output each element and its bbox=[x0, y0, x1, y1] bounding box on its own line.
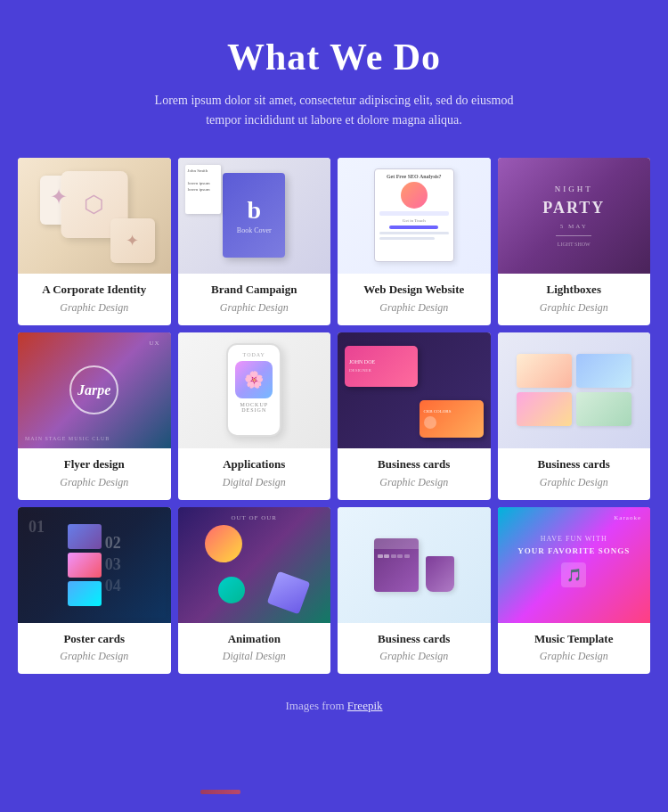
flyer-ux-label: UX bbox=[149, 340, 159, 347]
poster-mini-1 bbox=[68, 524, 102, 549]
apps-mockup-label: MOCKUPDESIGN bbox=[240, 402, 268, 413]
card-category: Graphic Design bbox=[25, 301, 164, 315]
page-description: Lorem ipsum dolor sit amet, consectetur … bbox=[147, 91, 521, 131]
pastel-card-3 bbox=[517, 392, 572, 426]
page-title: What We Do bbox=[18, 36, 650, 78]
brand-book-cover: b Book Cover bbox=[223, 173, 285, 258]
card-image-light: NIGHT PARTY 5 MAY LIGHT SHOW bbox=[498, 158, 651, 274]
footer-text: Images from bbox=[285, 699, 346, 712]
card-info-apps: Applications Digital Design bbox=[178, 448, 331, 500]
card-title: Brand Campaign bbox=[185, 283, 324, 298]
page-footer: Images from Freepik bbox=[18, 681, 650, 722]
card-category: Digital Design bbox=[185, 650, 324, 663]
card-info-corporate: A Corporate Identity Graphic Design bbox=[18, 274, 171, 325]
page-wrapper: What We Do Lorem ipsum dolor sit amet, c… bbox=[0, 0, 668, 749]
card-info-light: Lightboxes Graphic Design bbox=[498, 274, 651, 325]
card-info-bizcard2: Business cards Graphic Design bbox=[498, 448, 651, 500]
card-brand-campaign[interactable]: b Book Cover John Smithlorem ipsumlorem … bbox=[178, 158, 331, 325]
footer-freepik-link[interactable]: Freepik bbox=[347, 699, 383, 712]
card-category: Digital Design bbox=[185, 476, 324, 489]
card-image-flyer: UX Jarpe MAIN STAGE MUSIC CLUB bbox=[18, 332, 171, 448]
card-category: Graphic Design bbox=[505, 650, 644, 663]
card-info-flyer: Flyer design Graphic Design bbox=[18, 448, 171, 500]
pastel-card-2 bbox=[576, 354, 631, 388]
flyer-brand-text: Jarpe bbox=[77, 382, 110, 398]
card-flyer-design[interactable]: UX Jarpe MAIN STAGE MUSIC CLUB Flyer des… bbox=[18, 332, 171, 500]
card-category: Graphic Design bbox=[185, 301, 324, 315]
card-poster-cards[interactable]: 02 03 04 01 Poster cards Graphic Design bbox=[18, 507, 171, 675]
card-web-design[interactable]: Get Free SEO Analysis? Get in Touch Web … bbox=[338, 158, 491, 325]
card-title: A Corporate Identity bbox=[25, 283, 164, 298]
poster-num-03: 03 bbox=[105, 555, 121, 574]
bizcard-label1: CRB COLORS bbox=[424, 408, 452, 429]
music-fav-songs: your favorite songs bbox=[517, 546, 630, 555]
anim-cube bbox=[267, 570, 311, 614]
card-info-web: Web Design Website Graphic Design bbox=[338, 274, 491, 325]
card-lightboxes[interactable]: NIGHT PARTY 5 MAY LIGHT SHOW Lightboxes … bbox=[498, 158, 651, 325]
poster-num-02: 02 bbox=[105, 534, 121, 553]
portfolio-grid-row3: 02 03 04 01 Poster cards Graphic Design bbox=[18, 507, 650, 675]
card-image-poster: 02 03 04 01 bbox=[18, 507, 171, 623]
card-category: Graphic Design bbox=[345, 476, 484, 489]
card-business-cards-3[interactable]: Business cards Graphic Design bbox=[338, 507, 491, 675]
card-image-bizcard2 bbox=[498, 332, 651, 448]
card-category: Graphic Design bbox=[25, 650, 164, 663]
card-title: Business cards bbox=[345, 632, 484, 647]
card-title: Business cards bbox=[345, 457, 484, 472]
portfolio-grid-row1: ⬡ ✦ A Corporate Identity Graphic Design … bbox=[18, 158, 650, 325]
light-text-date: 5 MAY bbox=[542, 223, 605, 230]
flyer-circle: Jarpe bbox=[69, 365, 118, 414]
card-business-cards-1[interactable]: JOHN DOEDESIGNER CRB COLORS Business car… bbox=[338, 332, 491, 500]
apps-today-label: TODAY bbox=[243, 352, 265, 357]
card-image-corporate: ⬡ ✦ bbox=[18, 158, 171, 274]
anim-sphere bbox=[205, 525, 242, 562]
card-info-brand: Brand Campaign Graphic Design bbox=[178, 274, 331, 325]
pastel-card-4 bbox=[576, 392, 631, 426]
anim-circle bbox=[218, 577, 245, 603]
poster-num-04: 04 bbox=[105, 577, 121, 595]
card-image-brand: b Book Cover John Smithlorem ipsumlorem … bbox=[178, 158, 331, 274]
music-have-fun: Have fun with bbox=[517, 535, 630, 543]
card-corporate-identity[interactable]: ⬡ ✦ A Corporate Identity Graphic Design bbox=[18, 158, 171, 325]
card-category: Graphic Design bbox=[345, 301, 484, 315]
card-title: Music Template bbox=[505, 632, 644, 647]
light-text-night: NIGHT bbox=[542, 185, 605, 193]
bizcard-name1: JOHN DOEDESIGNER bbox=[349, 358, 375, 373]
card-info-biz-calendar: Business cards Graphic Design bbox=[338, 623, 491, 675]
card-category: Graphic Design bbox=[505, 301, 644, 315]
card-animation[interactable]: OUT OF OUR Animation Digital Design bbox=[178, 507, 331, 675]
card-info-poster: Poster cards Graphic Design bbox=[18, 623, 171, 675]
card-category: Graphic Design bbox=[345, 650, 484, 663]
poster-mini-2 bbox=[68, 553, 102, 578]
brand-label: Book Cover bbox=[237, 226, 272, 234]
card-category: Graphic Design bbox=[505, 476, 644, 489]
card-image-bizcard1: JOHN DOEDESIGNER CRB COLORS bbox=[338, 332, 491, 448]
card-info-bizcard1: Business cards Graphic Design bbox=[338, 448, 491, 500]
mug-shape bbox=[426, 556, 454, 592]
page-header: What We Do Lorem ipsum dolor sit amet, c… bbox=[18, 36, 650, 131]
card-info-music: Music Template Graphic Design bbox=[498, 623, 651, 675]
card-music-template[interactable]: Karaoke Have fun with your favorite song… bbox=[498, 507, 651, 675]
card-title: Poster cards bbox=[25, 632, 164, 647]
flyer-event-text: MAIN STAGE MUSIC CLUB bbox=[25, 436, 110, 441]
card-title: Animation bbox=[185, 632, 324, 647]
card-image-web: Get Free SEO Analysis? Get in Touch bbox=[338, 158, 491, 274]
light-text-extra: LIGHT SHOW bbox=[542, 242, 605, 247]
card-image-apps: TODAY 🌸 MOCKUPDESIGN bbox=[178, 332, 331, 448]
anim-label: OUT OF OUR bbox=[178, 514, 331, 521]
card-title: Web Design Website bbox=[345, 283, 484, 298]
card-image-music: Karaoke Have fun with your favorite song… bbox=[498, 507, 651, 623]
pastel-card-1 bbox=[517, 354, 572, 388]
poster-num-01: 01 bbox=[29, 518, 45, 537]
card-applications[interactable]: TODAY 🌸 MOCKUPDESIGN Applications Digita… bbox=[178, 332, 331, 500]
music-karaoke-label: Karaoke bbox=[614, 514, 641, 521]
card-image-anim: OUT OF OUR bbox=[178, 507, 331, 623]
card-business-cards-2[interactable]: Business cards Graphic Design bbox=[498, 332, 651, 500]
card-title: Flyer design bbox=[25, 457, 164, 472]
card-title: Business cards bbox=[505, 457, 644, 472]
card-title: Lightboxes bbox=[505, 283, 644, 298]
card-title: Applications bbox=[185, 457, 324, 472]
card-info-anim: Animation Digital Design bbox=[178, 623, 331, 675]
card-image-biz-calendar bbox=[338, 507, 491, 623]
music-icon-label: 🎵 bbox=[561, 562, 586, 587]
